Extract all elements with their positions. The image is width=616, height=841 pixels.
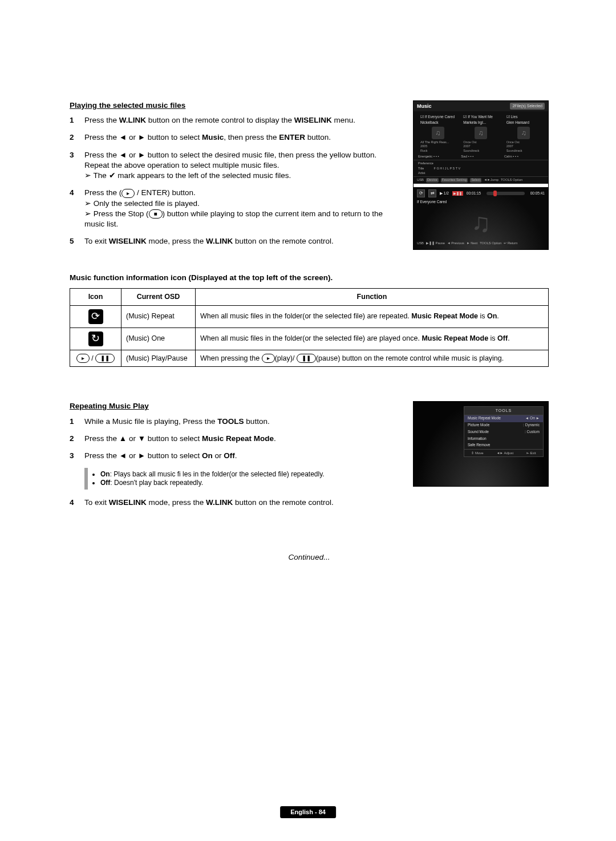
tools-row: Safe Remove (464, 442, 543, 449)
repeat-mode-icon: ↻ (88, 331, 103, 346)
scr1-bb-device: Device (426, 178, 439, 183)
steps-repeating: 1While a Music file is playing, Press th… (70, 417, 400, 462)
player-note-icon: ♫ (417, 209, 545, 236)
screenshot-music-browser: Music 2File(s) Selected ☑ If Everyone Ca… (413, 100, 549, 250)
scr1-title: Music (417, 103, 432, 110)
tools-ft-exit: ⇤ Exit (526, 451, 536, 455)
scr1-badge: 2File(s) Selected (510, 103, 545, 109)
tools-row: Music Repeat Mode◄ On ► (464, 415, 543, 422)
player-rec-icon: ▶❚❚ (452, 191, 463, 196)
inline-icon: ❚❚ (297, 354, 316, 363)
player-leg-opt: TOOLS Option (480, 241, 501, 246)
repeat-mode-icon: ⟳ (88, 309, 103, 324)
th-icon: Icon (70, 288, 121, 305)
scr1-bb-src: USB (417, 178, 424, 183)
pause-icon: ❚❚ (95, 354, 115, 363)
mood-label: Energetic • • • (418, 154, 457, 159)
mood-label: Calm • • • (504, 154, 544, 159)
tools-row: Information (464, 435, 543, 442)
tools-ft-move: ⇕ Move (471, 451, 483, 455)
player-song: If Everyone Cared (417, 200, 545, 205)
table-row: ▸ / ❚❚(Music) Play/PauseWhen pressing th… (70, 350, 549, 367)
scr1-pref: Preference (418, 161, 544, 167)
player-shuffle-icon: ⇄ (428, 189, 436, 197)
player-repeat-icon: ⟳ (417, 189, 425, 197)
player-t1: 00:01:15 (467, 191, 481, 196)
step-item: 2Press the ◄ or ► button to select Music… (70, 132, 400, 143)
heading-playing-selected: Playing the selected music files (70, 100, 400, 111)
inline-icon: ▸ (121, 189, 135, 198)
note-item: Off: Doesn't play back repeatedly. (100, 479, 396, 487)
player-leg-pause: ▶❚❚ Pause (426, 241, 445, 246)
repeat-notes: On: Plays back all music fi les in the f… (84, 468, 400, 490)
music-tile: ☑ LiesGlen HansardOnce Ost2007Soundtrack (504, 115, 544, 153)
player-leg-prev: ◄ Previous (447, 241, 464, 246)
table-row: ↻(Music) OneWhen all music files in the … (70, 327, 549, 350)
player-leg-next: ► Next (467, 241, 477, 246)
th-fn: Function (196, 288, 549, 305)
scr1-bb-fav: Favorites Setting (441, 178, 468, 183)
mood-label: Sad • • • (461, 154, 500, 159)
scr1-bb-opt: TOOLS Option (501, 178, 522, 183)
inline-icon: ■ (149, 209, 163, 219)
continued: Continued... (70, 552, 549, 563)
steps-repeating-after: 4To exit WISELINK mode, press the W.LINK… (70, 498, 400, 508)
scr1-bb-sel: Select (470, 178, 481, 183)
heading-icon-table: Music function information icon (Display… (70, 273, 549, 283)
page-footer: English - 84 (280, 806, 336, 818)
player-leg-src: USB (417, 241, 424, 246)
th-osd: Current OSD (121, 288, 196, 305)
music-tile: ☑ If Everyone CaredNickelbackAll The Rig… (418, 115, 457, 153)
step-item: 4To exit WISELINK mode, press the W.LINK… (70, 498, 400, 508)
inline-icon: ▸ (262, 354, 275, 363)
step-item: 1While a Music file is playing, Press th… (70, 417, 400, 427)
player-page: ▶ 1/2 (440, 191, 449, 196)
tools-title: TOOLS (464, 407, 543, 415)
steps-playing: 1Press the W.LINK button on the remote c… (70, 115, 400, 246)
scr1-alpha-artist: Artist (418, 171, 433, 175)
tools-ft-adjust: ◄► Adjust (496, 451, 513, 455)
player-t2: 00:05:41 (530, 191, 545, 196)
step-item: 3Press the ◄ or ► button to select On or… (70, 451, 400, 461)
scr1-alpha: F G H I J L P S T V (434, 167, 461, 170)
play-icon: ▸ (76, 354, 90, 363)
tools-row: Picture Mode: Dynamic (464, 422, 543, 429)
step-item: 4Press the (▸ / ENTER) button.Only the s… (70, 188, 400, 229)
player-progress (487, 192, 525, 195)
icon-info-table: Icon Current OSD Function ⟳(Music) Repea… (70, 288, 549, 367)
step-item: 5To exit WISELINK mode, press the W.LINK… (70, 236, 400, 246)
tools-row: Sound Mode: Custom (464, 428, 543, 435)
note-item: On: Plays back all music fi les in the f… (100, 470, 396, 479)
check-icon (109, 171, 116, 180)
step-item: 3Press the ◄ or ► button to select the d… (70, 150, 400, 181)
heading-repeating: Repeating Music Play (70, 401, 400, 411)
step-item: 1Press the W.LINK button on the remote c… (70, 115, 400, 126)
step-item: 2Press the ▲ or ▼ button to select Music… (70, 434, 400, 444)
scr1-alpha-title: Title (418, 167, 433, 171)
scr1-bb-jump: ◄►Jump (484, 178, 499, 183)
music-tile: ☑ If You Want MeMarketa Irgl...Once Ost2… (461, 115, 500, 153)
player-leg-ret: ↩ Return (504, 241, 517, 246)
screenshot-tools-menu: TOOLS Music Repeat Mode◄ On ►Picture Mod… (413, 401, 549, 487)
table-row: ⟳(Music) RepeatWhen all music files in t… (70, 305, 549, 327)
